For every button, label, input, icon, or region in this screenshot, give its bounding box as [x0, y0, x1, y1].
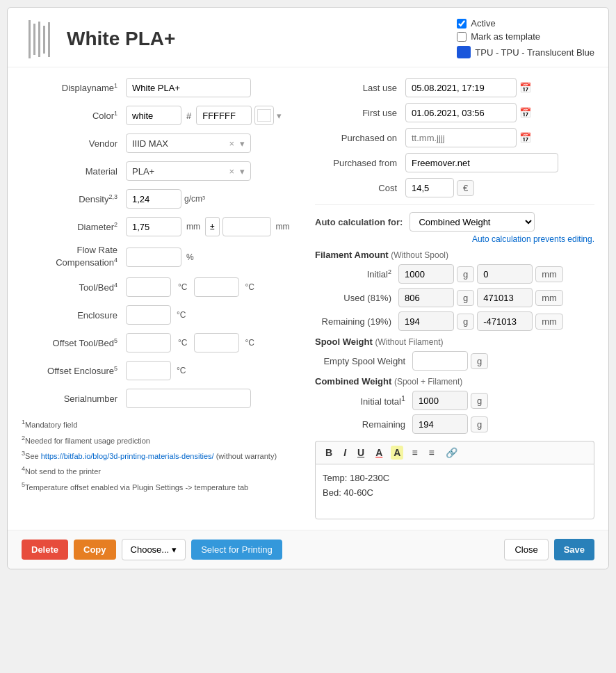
- select-for-printing-button[interactable]: Select for Printing: [191, 540, 282, 560]
- flow-rate-inputs: %: [126, 248, 194, 267]
- offset-bed-input[interactable]: [194, 333, 239, 352]
- initial-label: Initial2: [315, 268, 398, 279]
- used-g-input[interactable]: [398, 288, 454, 307]
- editor-content[interactable]: Temp: 180-230C Bed: 40-60C: [315, 464, 594, 519]
- serial-label: Serialnumber: [22, 394, 126, 404]
- last-use-calendar-icon[interactable]: 📅: [519, 82, 531, 93]
- initial-total-label: Initial total1: [315, 394, 412, 407]
- delete-button[interactable]: Delete: [22, 540, 68, 560]
- tool-deg-label: °C: [178, 282, 187, 292]
- remaining2-input[interactable]: [412, 414, 468, 434]
- purchased-on-input[interactable]: [405, 128, 517, 147]
- empty-spool-input[interactable]: [412, 351, 468, 371]
- density-label: Density2,3: [22, 193, 126, 204]
- combined-weight-title: Combined Weight (Spool + Filament): [315, 376, 594, 387]
- cost-unit: €: [457, 180, 474, 196]
- purchased-from-input[interactable]: [405, 153, 558, 172]
- svg-rect-1: [33, 24, 35, 55]
- italic-button[interactable]: I: [341, 446, 349, 460]
- spool-weight-title: Spool Weight (Without Filament): [315, 336, 594, 347]
- enclosure-temp-input[interactable]: [126, 305, 171, 325]
- last-use-input[interactable]: [405, 78, 517, 97]
- mark-template-checkbox[interactable]: [457, 32, 467, 42]
- header: White PLA+ Active Mark as template TPU -…: [8, 8, 608, 67]
- divider-1: [315, 204, 594, 205]
- bed-temp-input[interactable]: [194, 277, 239, 297]
- enclosure-inputs: °C: [126, 305, 186, 325]
- page-title: White PLA+: [67, 28, 175, 50]
- offset-tool-input[interactable]: [126, 333, 171, 352]
- used-g-unit: g: [457, 290, 474, 306]
- first-use-input[interactable]: [405, 103, 517, 122]
- auto-calc-row: Auto calculation for: Combined Weight: [315, 212, 594, 232]
- density-link[interactable]: https://bitfab.io/blog/3d-printing-mater…: [41, 452, 214, 460]
- diameter-tolerance-input[interactable]: [222, 217, 271, 236]
- remaining-mm-unit: mm: [535, 314, 563, 330]
- active-label: Active: [471, 18, 495, 29]
- footer-right: Close Save: [504, 539, 594, 560]
- link-button[interactable]: 🔗: [443, 446, 460, 460]
- serial-input[interactable]: [126, 389, 251, 408]
- purchased-on-calendar-icon[interactable]: 📅: [519, 132, 531, 143]
- vendor-label: Vendor: [22, 138, 126, 149]
- used-mm-input[interactable]: [477, 288, 533, 307]
- diameter-label: Diameter2: [22, 221, 126, 232]
- first-use-row: First use 📅: [315, 103, 594, 122]
- tool-temp-input[interactable]: [126, 277, 171, 297]
- color-hex-input[interactable]: [196, 106, 252, 125]
- copy-button[interactable]: Copy: [74, 540, 116, 560]
- offset-tool-unit: °C: [178, 338, 187, 348]
- initial-g-input[interactable]: [398, 264, 454, 284]
- vendor-select[interactable]: IIID MAX × ▾: [126, 133, 251, 153]
- auto-calc-select[interactable]: Combined Weight: [410, 212, 535, 232]
- bullet-list-button[interactable]: ≡: [426, 446, 437, 460]
- remaining-g-unit: g: [457, 314, 474, 330]
- remaining-mm-input[interactable]: [477, 311, 533, 331]
- choose-button[interactable]: Choose... ▾: [122, 539, 186, 560]
- initial-mm-input[interactable]: [477, 264, 533, 284]
- active-checkbox[interactable]: [457, 19, 467, 29]
- remaining-g-input[interactable]: [398, 311, 454, 331]
- flow-rate-unit: %: [186, 252, 194, 262]
- first-use-calendar-icon[interactable]: 📅: [519, 107, 531, 118]
- svg-rect-3: [43, 26, 45, 54]
- highlight-button[interactable]: A: [391, 446, 403, 460]
- initial-total-input[interactable]: [412, 391, 468, 410]
- first-use-label: First use: [315, 108, 405, 118]
- editor-line-2: Bed: 40-60C: [323, 486, 587, 501]
- font-color-button[interactable]: A: [373, 446, 385, 460]
- vendor-select-container: IIID MAX × ▾: [126, 133, 251, 153]
- color-inputs: # ▾: [126, 106, 282, 125]
- svg-rect-2: [38, 22, 40, 57]
- material-clear-icon[interactable]: ×: [229, 166, 234, 177]
- density-unit: g/cm³: [184, 194, 205, 204]
- material-dropdown-icon: ▾: [240, 166, 245, 177]
- logo-icon: [22, 18, 56, 60]
- tool-bed-inputs: °C °C: [126, 277, 254, 297]
- purchased-on-row: Purchased on 📅: [315, 128, 594, 147]
- material-select[interactable]: PLA+ × ▾: [126, 161, 251, 181]
- diameter-input[interactable]: [126, 217, 181, 236]
- footnote-1: 1Mandatory field: [22, 416, 301, 432]
- ordered-list-button[interactable]: ≡: [409, 446, 420, 460]
- color-preview-button[interactable]: [254, 106, 274, 125]
- spool-section: Spool Weight (Without Filament) Empty Sp…: [315, 336, 594, 371]
- footer-left: Delete Copy Choose... ▾ Select for Print…: [22, 539, 282, 560]
- cost-input[interactable]: [405, 178, 454, 197]
- color-dropdown-arrow: ▾: [277, 111, 282, 121]
- density-row: Density2,3 g/cm³: [22, 189, 301, 209]
- underline-button[interactable]: U: [355, 446, 367, 460]
- save-button[interactable]: Save: [554, 539, 594, 560]
- flow-rate-input[interactable]: [126, 248, 181, 267]
- initial-total-unit: g: [471, 393, 488, 409]
- diameter-pm-button[interactable]: ±: [205, 217, 220, 236]
- displayname-input[interactable]: [126, 78, 251, 97]
- close-button[interactable]: Close: [504, 539, 548, 560]
- color-name-input[interactable]: [126, 106, 181, 125]
- density-input[interactable]: [126, 189, 181, 209]
- vendor-clear-icon[interactable]: ×: [229, 138, 234, 149]
- choose-caret-icon: ▾: [172, 544, 177, 555]
- offset-enclosure-input[interactable]: [126, 361, 171, 380]
- header-right: Active Mark as template TPU - TPU - Tran…: [457, 18, 594, 58]
- bold-button[interactable]: B: [323, 446, 335, 460]
